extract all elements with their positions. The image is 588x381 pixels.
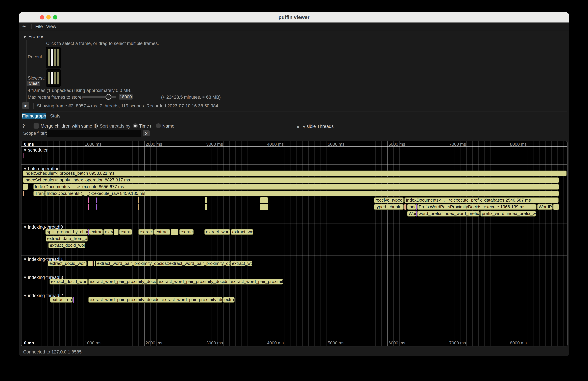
sort-name-radio[interactable] — [156, 123, 161, 128]
scope-bar[interactable] — [92, 261, 93, 266]
chevron-down-icon: ▼ — [24, 294, 26, 297]
scope-bar[interactable] — [23, 184, 28, 190]
scope-bar[interactable]: extract_word_pair_proximity_docids::extr… — [157, 279, 283, 284]
scope-bar[interactable] — [96, 204, 97, 210]
scope-bar[interactable] — [171, 229, 178, 235]
scope-bar[interactable] — [404, 204, 406, 210]
frame-thumbnail-bar — [48, 72, 50, 85]
frame-thumbnail-bar — [54, 49, 56, 66]
scope-bar[interactable]: extract_word_pair_proximity_docids::extr… — [88, 297, 223, 303]
scope-bar[interactable]: extract_wo — [231, 261, 252, 266]
time-axis-label: 1000 ms — [85, 340, 102, 346]
scope-bar[interactable]: extract_docid_wor — [48, 261, 86, 266]
time-axis-label: 6000 ms — [388, 340, 405, 346]
help-button[interactable]: ? — [22, 124, 25, 129]
scope-bar[interactable]: IndexDocuments<_, _>::execute 8656.677 m… — [33, 184, 559, 190]
scope-bar[interactable] — [88, 197, 89, 203]
slowest-frames-thumbnail[interactable] — [46, 69, 61, 87]
scope-bar[interactable] — [114, 229, 119, 235]
scope-bar[interactable]: receive_typed_ — [374, 197, 404, 203]
flamegraph-canvas[interactable]: ▼scheduler▼batch-operationIndexScheduler… — [21, 141, 567, 346]
play-button[interactable]: ▶ — [22, 102, 29, 109]
scope-bar[interactable] — [260, 197, 268, 203]
scope-bar[interactable] — [96, 197, 97, 203]
recent-frames-thumbnail[interactable] — [46, 47, 61, 68]
scope-bar[interactable]: split_grenad_by_chun — [45, 229, 88, 235]
scope-filter-input[interactable] — [47, 130, 141, 137]
scope-bar[interactable]: PrefixWordPairsProximityDocids::execute … — [417, 204, 537, 210]
clear-filter-button[interactable]: x — [143, 130, 150, 136]
scope-bar[interactable] — [138, 197, 139, 203]
scope-bar[interactable]: extract_word — [204, 229, 231, 235]
slider-knob[interactable] — [105, 94, 111, 100]
thread-section-separator — [21, 291, 567, 291]
time-axis-label: 3000 ms — [206, 340, 223, 346]
tab-stats[interactable]: Stats — [50, 113, 61, 119]
menu-bar: ☀ File View — [19, 22, 569, 31]
scope-bar[interactable]: extract_word_pair_proximity_docids — [88, 279, 157, 284]
scope-bar[interactable]: extract — [179, 229, 194, 235]
scope-bar[interactable]: IndexDocuments<_, _>::execute_raw 8459.1… — [45, 191, 559, 196]
merge-children-checkbox[interactable] — [34, 123, 39, 128]
scope-bar[interactable]: Trans — [33, 191, 45, 196]
scope-bar[interactable]: extract_docid_word — [49, 279, 88, 284]
scope-bar[interactable] — [94, 261, 95, 266]
max-frames-value[interactable]: 18000 — [119, 94, 133, 100]
scope-bar[interactable]: IndexScheduler>::apply_index_operation 8… — [23, 177, 559, 183]
scope-bar[interactable] — [23, 153, 23, 158]
frames-info: 4 frames (1 unpacked) using approximatel… — [28, 88, 131, 93]
chevron-down-icon: ▼ — [23, 35, 26, 39]
scope-bar[interactable]: extract — [89, 229, 103, 235]
time-axis-label: 8000 ms — [510, 340, 527, 346]
scope-bar[interactable]: extract_docid_wor — [48, 243, 85, 248]
scope-bar[interactable]: extract_wo — [231, 229, 253, 235]
time-axis-label: 2000 ms — [146, 142, 162, 147]
scope-bar[interactable]: extract::data_from_ob — [46, 236, 88, 242]
clear-button[interactable]: Clear — [27, 81, 40, 86]
sort-name-label: Name — [162, 124, 174, 129]
menu-file[interactable]: File — [35, 22, 43, 31]
scope-bar[interactable]: extra — [103, 229, 113, 235]
scope-bar[interactable] — [138, 204, 139, 210]
scope-bar[interactable]: extract_word_pair_proximity_docids::extr… — [96, 261, 230, 266]
scope-bar[interactable]: IndexDocuments<_, _>::execute_prefix_dat… — [404, 197, 559, 203]
scope-bar[interactable] — [205, 204, 208, 210]
menu-divider — [31, 24, 32, 29]
scope-bar[interactable]: index — [407, 204, 416, 210]
theme-sun-icon[interactable]: ☀ — [22, 22, 26, 31]
scope-bar[interactable]: extract_doc — [50, 297, 73, 303]
scope-bar[interactable]: word_prefix::index_word_prefix_ — [417, 211, 480, 216]
scope-bar[interactable]: prefix_word::index_prefix_wo — [480, 211, 536, 216]
scope-filter-label: Scope filter: — [23, 131, 47, 136]
thread-header-scheduler[interactable]: ▼scheduler — [24, 148, 48, 153]
play-icon: ▶ — [24, 104, 27, 107]
scope-bar[interactable] — [553, 204, 559, 210]
scope-bar[interactable] — [416, 204, 417, 210]
scope-bar[interactable]: extrac — [119, 229, 132, 235]
scope-bar[interactable] — [416, 211, 417, 216]
scope-bar[interactable]: WordPr — [537, 204, 553, 210]
scope-bar[interactable]: extract_ — [138, 229, 153, 235]
tab-flamegraph[interactable]: Flamegraph — [22, 113, 46, 119]
scope-bar[interactable] — [23, 191, 24, 196]
scope-bar[interactable] — [260, 204, 268, 210]
scope-bar[interactable]: extrac — [223, 297, 235, 303]
scope-bar[interactable] — [73, 297, 74, 303]
scope-bar[interactable]: extract_ — [154, 229, 170, 235]
frame-thumbnail-bar — [51, 72, 53, 85]
divider — [96, 123, 97, 129]
scope-bar[interactable]: IndexScheduler>::process_batch 8953.821 … — [23, 170, 567, 176]
sort-time-radio[interactable] — [133, 123, 138, 128]
visible-threads-collapse-header[interactable]: ▶ Visible Threads — [297, 124, 334, 129]
scope-bar[interactable] — [88, 261, 92, 266]
menu-view[interactable]: View — [46, 22, 56, 31]
scope-bar[interactable] — [205, 197, 208, 203]
scope-bar[interactable]: Word — [407, 211, 416, 216]
app-window: puffin viewer ☀ File View ▼ Frames Click… — [19, 12, 569, 356]
scope-bar[interactable] — [88, 204, 89, 210]
frame-thumbnail-bar — [51, 49, 53, 66]
axis-rule — [21, 146, 567, 147]
frames-collapse-header[interactable]: ▼ Frames — [23, 34, 44, 39]
scope-bar[interactable] — [88, 229, 89, 235]
scope-bar[interactable]: typed_chunk::w — [374, 204, 404, 210]
